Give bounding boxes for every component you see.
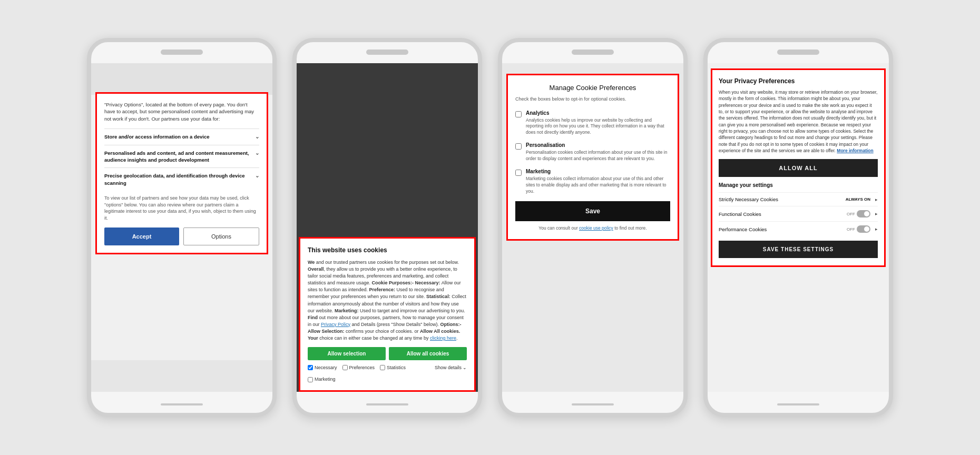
phone4-notch — [777, 50, 819, 55]
performance-cookies-row[interactable]: Performance Cookies OFF ▸ — [719, 221, 878, 236]
privacy-policy-link[interactable]: Privacy Policy — [321, 322, 350, 327]
phone2-screen: This website uses cookies We and our tru… — [297, 63, 478, 392]
accept-button[interactable]: Accept — [104, 228, 179, 245]
phone2-body: This website uses cookies We and our tru… — [292, 38, 482, 417]
phone4: Your Privacy Preferences When you visit … — [703, 38, 893, 417]
functional-toggle-thumb — [864, 211, 869, 216]
checkbox-preferences-input[interactable] — [342, 365, 348, 370]
phone4-screen: Your Privacy Preferences When you visit … — [708, 63, 889, 392]
phone2-bottom-bar — [366, 403, 408, 405]
cookie-policy-link[interactable]: cookie use policy — [579, 225, 613, 231]
phone4-body-text: When you visit any website, it may store… — [719, 89, 878, 154]
performance-toggle-thumb — [864, 226, 869, 232]
personalisation-desc: Personalisation cookies collect informat… — [526, 150, 670, 162]
checkbox-marketing[interactable]: Marketing — [308, 376, 336, 383]
checkbox-necessary-input[interactable] — [308, 365, 313, 370]
marketing-desc: Marketing cookies collect information ab… — [526, 176, 670, 195]
phone1-intro-text: "Privacy Options", located at the bottom… — [104, 101, 259, 122]
allow-all-button[interactable]: ALLOW ALL — [719, 159, 878, 177]
strictly-necessary-row[interactable]: Strictly Necessary Cookies ALWAYS ON ▸ — [719, 192, 878, 206]
phone1-body: "Privacy Options", located at the bottom… — [87, 38, 277, 417]
allow-all-cookies-button[interactable]: Allow all cookies — [389, 347, 467, 360]
analytics-checkbox[interactable] — [515, 111, 522, 117]
performance-toggle-track[interactable] — [857, 225, 870, 233]
checkbox-statistics-label: Statistics — [387, 364, 406, 371]
checkbox-necessary[interactable]: Necessary — [308, 364, 337, 371]
checkbox-necessary-label: Necessary — [315, 364, 337, 371]
strictly-necessary-status: ALWAYS ON ▸ — [846, 197, 878, 202]
phone1-item-personalised-label: Personalised ads and content, ad and con… — [104, 150, 253, 164]
personalisation-title: Personalisation — [526, 142, 670, 148]
checkbox-marketing-input[interactable] — [308, 377, 313, 382]
phone1-item-geolocation-chevron: ⌄ — [255, 172, 259, 180]
phone1-content: "Privacy Options", located at the bottom… — [91, 63, 272, 392]
consult-suffix: to find out more. — [614, 225, 646, 231]
personalisation-content: Personalisation Personalisation cookies … — [526, 142, 670, 162]
phone3-bottom-bar — [572, 403, 614, 405]
phone3-consult-text: You can consult our cookie use policy to… — [515, 225, 670, 231]
checkbox-statistics-input[interactable] — [380, 365, 385, 370]
phone4-body: Your Privacy Preferences When you visit … — [703, 38, 893, 417]
consult-prefix: You can consult our — [538, 225, 577, 231]
phone2-dialog-body: We and our trusted partners use cookies … — [308, 259, 467, 342]
phone1-footer-text: To view our list of partners and see how… — [104, 195, 259, 221]
phone1-item-store-chevron: ⌄ — [255, 133, 259, 141]
show-details-area: Show details ⌄ — [435, 364, 467, 371]
phone3-title: Manage Cookie Preferences — [515, 84, 670, 92]
phone1-button-row: Accept Options — [104, 228, 259, 245]
strictly-necessary-chevron: ▸ — [875, 197, 878, 202]
phone3-marketing-option: Marketing Marketing cookies collect info… — [515, 169, 670, 195]
functional-cookies-status: OFF ▸ — [847, 210, 878, 217]
phone4-bottom-bar — [777, 403, 819, 405]
functional-toggle-track[interactable] — [857, 210, 870, 217]
save-button[interactable]: Save — [515, 201, 670, 221]
phone2: This website uses cookies We and our tru… — [292, 38, 482, 417]
more-info-link[interactable]: More information — [837, 148, 873, 153]
functional-off-label: OFF — [847, 212, 855, 216]
phone1-screen: "Privacy Options", located at the bottom… — [91, 63, 272, 392]
performance-cookies-label: Performance Cookies — [719, 226, 767, 232]
personalisation-checkbox[interactable] — [515, 143, 522, 150]
phone3-manage-dialog: Manage Cookie Preferences Check the boxe… — [506, 74, 679, 241]
phone3-subtitle: Check the boxes below to opt-in for opti… — [515, 96, 670, 103]
options-button[interactable]: Options — [183, 228, 259, 245]
phone1-blurred-top — [91, 63, 272, 95]
performance-cookies-status: OFF ▸ — [847, 225, 878, 233]
allow-selection-button[interactable]: Allow selection — [308, 347, 386, 360]
performance-off-label: OFF — [847, 227, 855, 232]
phone3-notch — [572, 50, 614, 55]
phone3-screen: Manage Cookie Preferences Check the boxe… — [502, 63, 683, 392]
phone1-privacy-dialog: "Privacy Options", located at the bottom… — [95, 92, 268, 254]
clicking-here-link[interactable]: clicking here — [430, 335, 456, 341]
analytics-desc: Analytics cookies help us improve our we… — [526, 117, 670, 136]
phone2-checkboxes: Necessary Preferences Statistics Show de… — [308, 364, 467, 383]
phone4-privacy-dialog: Your Privacy Preferences When you visit … — [711, 68, 886, 267]
phone1-item-personalised[interactable]: Personalised ads and content, ad and con… — [104, 145, 259, 168]
marketing-checkbox[interactable] — [515, 170, 522, 176]
analytics-content: Analytics Analytics cookies help us impr… — [526, 110, 670, 136]
phone2-cookie-dialog: This website uses cookies We and our tru… — [299, 237, 476, 392]
phone2-notch — [366, 50, 408, 55]
phone1-item-personalised-chevron: ⌄ — [255, 150, 259, 157]
show-details-label[interactable]: Show details — [435, 364, 462, 371]
phone1-bottom-bar — [161, 403, 203, 405]
functional-cookies-row[interactable]: Functional Cookies OFF ▸ — [719, 206, 878, 221]
phone4-body-content: When you visit any website, it may store… — [719, 90, 877, 153]
functional-cookies-label: Functional Cookies — [719, 211, 761, 217]
phone1-item-geolocation[interactable]: Precise geolocation data, and identifica… — [104, 167, 259, 191]
phone3-personalisation-option: Personalisation Personalisation cookies … — [515, 142, 670, 162]
phone1-item-store[interactable]: Store and/or access information on a dev… — [104, 128, 259, 145]
show-details-chevron: ⌄ — [463, 364, 467, 371]
phone2-button-row: Allow selection Allow all cookies — [308, 347, 467, 360]
functional-toggle[interactable]: OFF — [847, 210, 870, 217]
phone1-item-store-label: Store and/or access information on a dev… — [104, 133, 210, 140]
analytics-title: Analytics — [526, 110, 670, 116]
save-settings-button[interactable]: SAVE THESE SETTINGS — [719, 241, 878, 258]
strictly-necessary-label: Strictly Necessary Cookies — [719, 196, 778, 202]
checkbox-statistics[interactable]: Statistics — [380, 364, 406, 371]
checkbox-preferences[interactable]: Preferences — [342, 364, 375, 371]
performance-toggle[interactable]: OFF — [847, 225, 870, 233]
always-on-label: ALWAYS ON — [846, 197, 870, 202]
functional-chevron: ▸ — [875, 211, 878, 216]
phone3-analytics-option: Analytics Analytics cookies help us impr… — [515, 110, 670, 136]
